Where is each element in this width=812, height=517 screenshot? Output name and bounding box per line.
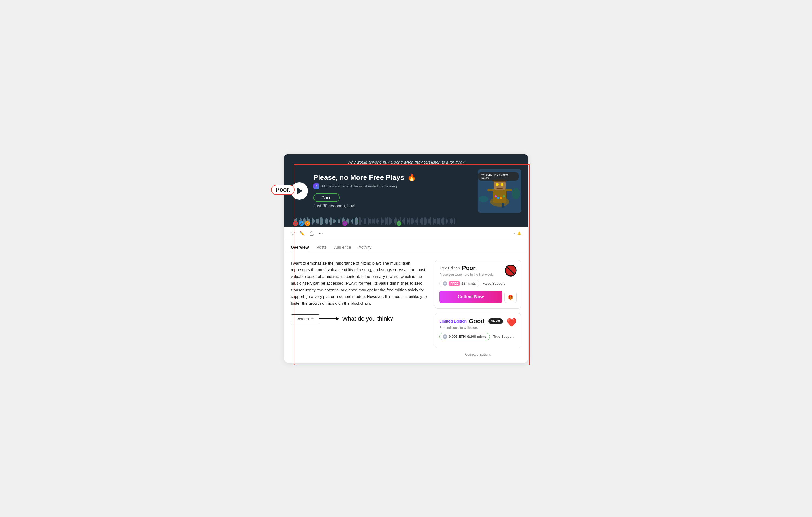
left-content: I want to emphasize the importance of hi… xyxy=(291,260,428,323)
svg-point-11 xyxy=(497,197,499,199)
svg-point-16 xyxy=(478,196,488,202)
action-bar: ♡ ✏️ ··· · 🔔 xyxy=(284,227,528,241)
heart-icon: ❤️ xyxy=(507,318,517,327)
gift-icon: 🎁 xyxy=(508,295,513,300)
waveform[interactable]: 🎵 🎤 🎸 🎶 🎼 xyxy=(291,216,521,227)
free-mints: 18 mints xyxy=(462,281,476,285)
avatar-1: 🎵 xyxy=(293,221,298,226)
read-more-button[interactable]: Read more xyxy=(291,315,319,323)
free-badge: FREE xyxy=(449,281,460,286)
player-content: Please, no More Free Plays 🔥 Z All the m… xyxy=(291,169,521,213)
platform-icon: Z xyxy=(313,183,319,189)
song-subtitle: All the musicians of the world united in… xyxy=(322,184,398,188)
fire-emoji: 🔥 xyxy=(407,173,416,182)
song-title-row: Please, no More Free Plays 🔥 xyxy=(313,173,472,182)
play-icon xyxy=(297,188,302,194)
collect-row: Collect Now 🎁 xyxy=(439,291,517,304)
svg-point-10 xyxy=(494,195,497,197)
right-sidebar: Free Edition Poor. Prove you were here i… xyxy=(435,260,521,356)
eth-price: 0.005 ETH xyxy=(449,334,466,338)
svg-rect-6 xyxy=(496,188,503,189)
more-action[interactable]: ··· xyxy=(319,230,323,236)
limited-mints: 6/100 mints xyxy=(467,334,486,338)
free-edition-card: Free Edition Poor. Prove you were here i… xyxy=(435,260,521,309)
avatar-3: 🎸 xyxy=(305,221,310,226)
avatar-mid: 🎶 xyxy=(342,221,348,226)
player-tagline: Why would anyone buy a song when they ca… xyxy=(291,160,521,164)
false-support-label: False Support xyxy=(483,281,504,285)
free-edition-type: Free Edition xyxy=(439,266,460,270)
svg-point-13 xyxy=(503,195,505,197)
share-action[interactable] xyxy=(309,231,315,236)
svg-point-12 xyxy=(500,197,502,199)
song-title: Please, no More Free Plays xyxy=(313,173,404,182)
arrow-annotation: What do you think? xyxy=(319,315,393,322)
read-more-row: Read more What do you think? xyxy=(291,315,428,323)
limited-edition-price-row: Ξ 0.005 ETH 6/100 mints True Support xyxy=(439,333,517,341)
avatar-right: 🎼 xyxy=(396,221,402,226)
no-icon xyxy=(505,265,517,276)
svg-rect-15 xyxy=(502,205,504,208)
free-edition-brand: Poor. xyxy=(462,265,476,272)
free-price-badge: Ξ FREE 18 mints xyxy=(439,280,480,287)
limited-edition-brand: Good xyxy=(469,318,484,325)
edit-action[interactable]: ✏️ xyxy=(299,231,305,236)
svg-point-5 xyxy=(501,183,503,186)
eth-price-badge: Ξ 0.005 ETH 6/100 mints xyxy=(439,333,490,341)
free-edition-price-row: Ξ FREE 18 mints False Support xyxy=(439,280,517,287)
song-info: Please, no More Free Plays 🔥 Z All the m… xyxy=(313,173,472,209)
notification-area: · 🔔 xyxy=(514,231,521,235)
count-badge: 94 left xyxy=(488,319,503,324)
tab-overview[interactable]: Overview xyxy=(291,242,309,253)
true-support-label: True Support xyxy=(493,334,514,338)
bell-icon[interactable]: 🔔 xyxy=(517,231,521,235)
arrow-head xyxy=(336,317,339,321)
limited-edition-header: Limited Edition Good 94 left xyxy=(439,318,517,325)
no-circle-container xyxy=(505,265,517,276)
gift-button[interactable]: 🎁 xyxy=(504,292,517,303)
svg-point-4 xyxy=(496,183,499,186)
avatar-2: 🎤 xyxy=(299,221,304,226)
svg-rect-7 xyxy=(488,189,493,191)
music-player: Why would anyone buy a song when they ca… xyxy=(284,154,528,227)
good-button[interactable]: Good xyxy=(313,193,340,202)
tabs-bar: Overview Posts Audience Activity xyxy=(284,242,528,253)
svg-rect-8 xyxy=(506,189,512,191)
tab-audience[interactable]: Audience xyxy=(334,242,351,253)
description-text: I want to emphasize the importance of hi… xyxy=(291,260,428,307)
good-button-container: Good xyxy=(313,193,472,202)
limited-edition-type: Limited Edition xyxy=(439,319,467,323)
notification-dot: · xyxy=(514,231,515,235)
svg-point-17 xyxy=(512,188,520,199)
album-art-label: My Song: A Valuable Token xyxy=(478,172,519,181)
tab-posts[interactable]: Posts xyxy=(316,242,327,253)
heart-action[interactable]: ♡ xyxy=(291,230,295,237)
content-area: I want to emphasize the importance of hi… xyxy=(284,253,528,363)
collect-now-button[interactable]: Collect Now xyxy=(439,291,502,303)
compare-editions[interactable]: Compare Editions xyxy=(435,353,521,356)
waveform-avatars-left: 🎵 🎤 🎸 xyxy=(293,221,310,226)
luv-text: Just 30 seconds, Luv! xyxy=(313,203,472,209)
no-support-icon xyxy=(505,265,517,276)
tab-activity[interactable]: Activity xyxy=(359,242,372,253)
song-subtitle-row: Z All the musicians of the world united … xyxy=(313,183,472,189)
limited-edition-subtitle: Rare editions for collectors xyxy=(439,326,517,330)
album-art: My Song: A Valuable Token xyxy=(478,169,521,213)
limited-edition-card: ❤️ Limited Edition Good 94 left Rare edi… xyxy=(435,313,521,348)
arrow-line xyxy=(319,319,336,319)
what-do-you-think-text: What do you think? xyxy=(342,315,393,322)
poor-outer-label: Poor. xyxy=(271,185,295,195)
eth-icon-limited: Ξ xyxy=(443,334,447,339)
eth-icon-free: Ξ xyxy=(443,281,447,286)
